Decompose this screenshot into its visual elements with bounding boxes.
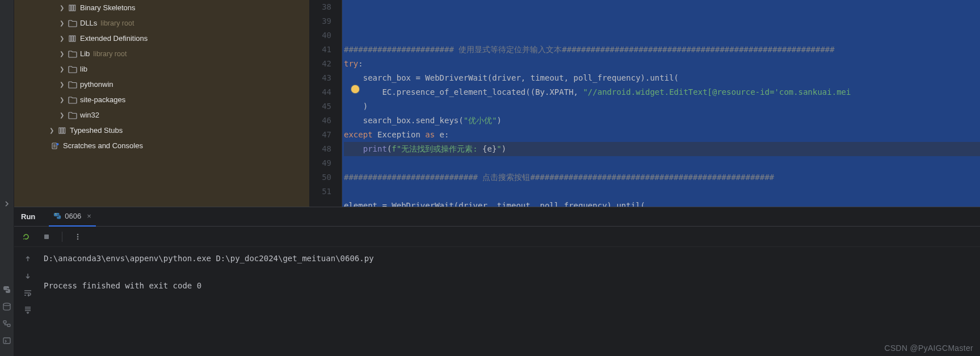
svg-point-15 — [56, 213, 57, 214]
chevron-right-icon[interactable]: ❯ — [48, 127, 55, 133]
structure-icon[interactable] — [2, 319, 12, 329]
code-line[interactable]: ####################### 使用显式等待定位并输入文本###… — [344, 43, 980, 57]
tree-item-label: DLLs — [80, 19, 97, 27]
code-line[interactable]: search_box = WebDriverWait(driver, timeo… — [344, 71, 980, 85]
line-number: 48 — [319, 142, 331, 156]
output-line: D:\anaconda3\envs\appenv\python.exe D:\p… — [44, 254, 374, 263]
run-tab-0606[interactable]: 0606 × — [49, 207, 96, 227]
run-panel-title: Run — [21, 212, 35, 221]
run-tabs-bar: Run 0606 × — [14, 207, 980, 227]
line-number: 43 — [319, 71, 331, 85]
scroll-to-end-icon[interactable] — [23, 305, 33, 315]
tree-item[interactable]: ❯DLLslibrary root — [14, 15, 309, 31]
output-line: Process finished with exit code 0 — [44, 281, 201, 290]
editor-content[interactable]: ####################### 使用显式等待定位并输入文本###… — [342, 0, 980, 207]
chevron-right-icon[interactable]: ❯ — [58, 5, 65, 11]
code-editor[interactable]: 3839404142434445464748495051 ###########… — [309, 0, 980, 207]
code-line[interactable]: EC.presence_of_element_located((By.XPATH… — [344, 85, 980, 99]
svg-rect-11 — [61, 128, 63, 133]
tree-item-label: Scratches and Consoles — [63, 141, 143, 150]
folder-icon — [68, 95, 78, 104]
tree-item-label: lib — [80, 65, 87, 73]
code-line[interactable] — [344, 156, 980, 170]
run-panel: Run 0606 × D:\anaconda3\envs\appenv — [14, 207, 980, 356]
folder-icon — [68, 80, 78, 89]
scratches-icon — [51, 141, 61, 150]
soft-wrap-icon[interactable] — [23, 288, 33, 298]
terminal-icon[interactable] — [2, 336, 12, 346]
tree-item-label: win32 — [80, 111, 99, 119]
line-number: 41 — [319, 43, 331, 57]
svg-rect-1 — [3, 321, 6, 323]
svg-rect-9 — [74, 36, 75, 41]
line-number: 39 — [319, 14, 331, 28]
down-arrow-icon[interactable] — [23, 271, 33, 281]
line-number: 49 — [319, 156, 331, 170]
collapse-icon[interactable] — [2, 199, 12, 209]
tree-item[interactable]: ❯Liblibrary root — [14, 46, 309, 61]
run-toolbar — [14, 227, 980, 247]
code-line[interactable]: ############################ 点击搜索按钮#####… — [344, 170, 980, 185]
chevron-right-icon[interactable]: ❯ — [58, 112, 65, 118]
tree-item-label: Lib — [80, 49, 90, 58]
tree-item[interactable]: Scratches and Consoles — [14, 138, 309, 153]
tree-item[interactable]: ❯Extended Definitions — [14, 31, 309, 46]
code-line[interactable]: try: — [344, 57, 980, 71]
code-line[interactable]: print(f"无法找到或操作元素: {e}") — [344, 142, 980, 156]
tree-item-suffix: library root — [93, 50, 127, 58]
folder-icon — [68, 49, 78, 58]
left-tool-rail — [0, 0, 14, 356]
tree-item[interactable]: ❯Binary Skeletons — [14, 0, 309, 15]
line-number: 51 — [319, 185, 331, 199]
rerun-icon[interactable] — [21, 232, 31, 242]
tree-item[interactable]: ❯site-packages — [14, 92, 309, 107]
svg-point-18 — [77, 236, 79, 237]
chevron-right-icon[interactable]: ❯ — [58, 66, 65, 72]
svg-rect-3 — [3, 338, 10, 344]
svg-point-14 — [57, 143, 59, 145]
toolbar-divider — [62, 232, 62, 242]
svg-point-0 — [3, 303, 10, 305]
tree-item-label: Typeshed Stubs — [70, 126, 123, 135]
chevron-right-icon[interactable]: ❯ — [58, 97, 65, 103]
project-tree[interactable]: ❯Binary Skeletons❯DLLslibrary root❯Exten… — [14, 0, 309, 207]
code-line[interactable]: element = WebDriverWait(driver, timeout,… — [344, 199, 980, 207]
run-side-toolbar — [14, 247, 41, 356]
svg-point-17 — [77, 233, 79, 235]
library-icon — [68, 3, 78, 12]
close-icon[interactable]: × — [87, 212, 91, 220]
database-icon[interactable] — [2, 301, 12, 312]
tree-item[interactable]: ❯lib — [14, 61, 309, 77]
tree-item-label: pythonwin — [80, 80, 113, 89]
more-icon[interactable] — [73, 232, 83, 242]
chevron-right-icon[interactable]: ❯ — [58, 51, 65, 57]
library-icon — [68, 34, 78, 43]
line-number: 40 — [319, 28, 331, 43]
code-line[interactable]: search_box.send_keys("优小优") — [344, 114, 980, 128]
code-line[interactable]: except Exception as e: — [344, 128, 980, 142]
code-line[interactable]: ) — [344, 99, 980, 114]
line-number: 50 — [319, 170, 331, 185]
svg-rect-16 — [44, 234, 49, 239]
stop-icon[interactable] — [41, 232, 52, 242]
folder-icon — [68, 111, 78, 120]
python-console-icon[interactable] — [2, 284, 12, 295]
run-output[interactable]: D:\anaconda3\envs\appenv\python.exe D:\p… — [41, 247, 980, 356]
up-arrow-icon[interactable] — [23, 254, 33, 264]
tree-item[interactable]: ❯Typeshed Stubs — [14, 123, 309, 138]
line-number: 45 — [319, 99, 331, 114]
intention-bulb-icon[interactable] — [351, 85, 359, 93]
chevron-right-icon[interactable]: ❯ — [58, 20, 65, 26]
folder-icon — [68, 65, 78, 74]
svg-rect-8 — [71, 36, 73, 41]
svg-point-19 — [77, 238, 79, 240]
svg-rect-2 — [7, 324, 10, 326]
svg-rect-5 — [71, 5, 73, 11]
chevron-right-icon[interactable]: ❯ — [58, 35, 65, 41]
tree-item[interactable]: ❯win32 — [14, 107, 309, 123]
chevron-right-icon[interactable]: ❯ — [58, 81, 65, 87]
tree-item[interactable]: ❯pythonwin — [14, 77, 309, 92]
line-number: 46 — [319, 114, 331, 128]
code-line[interactable] — [344, 185, 980, 199]
tree-item-label: site-packages — [80, 95, 125, 104]
